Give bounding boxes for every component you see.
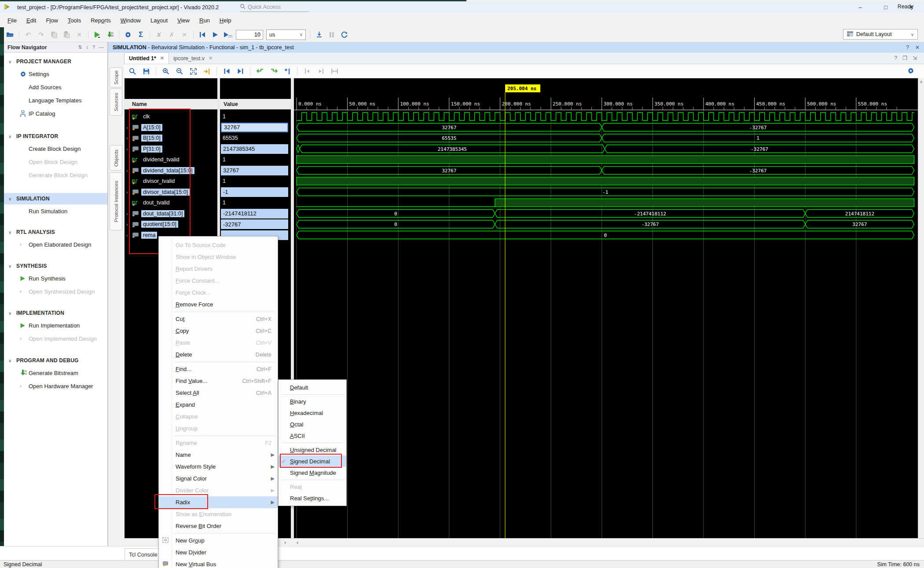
signal-row-value[interactable]: 32767 <box>220 122 291 133</box>
flow-nav-section-program-and-debug[interactable]: ∨PROGRAM AND DEBUG <box>4 355 107 366</box>
span-icon[interactable] <box>330 66 339 76</box>
menu-flow[interactable]: Flow <box>41 15 62 25</box>
flow-nav-item-open-elaborated-design[interactable]: ›Open Elaborated Design <box>4 239 107 250</box>
signal-row-name[interactable]: ›quotient[15:0] <box>125 219 217 229</box>
flow-nav-section-implementation[interactable]: ∨IMPLEMENTATION <box>4 308 107 318</box>
waveform-plot[interactable]: 0.000 ns50.000 ns100.000 ns150.000 ns200… <box>294 78 918 538</box>
menu-item-cut[interactable]: CutCtrl+X <box>159 313 278 325</box>
pane-close-icon[interactable]: ✕ <box>915 44 920 51</box>
flow-nav-item-create-block-design[interactable]: Create Block Design <box>4 143 107 154</box>
signal-row-value[interactable]: 2147385345 <box>220 144 291 154</box>
open-project-icon[interactable] <box>5 30 15 40</box>
menu-item-find-value[interactable]: Find Value...Ctrl+Shift+F <box>159 375 278 387</box>
flow-nav-item-language-templates[interactable]: Language Templates <box>4 95 107 106</box>
expand-icon[interactable]: › <box>126 135 132 141</box>
flow-nav-item-run-implementation[interactable]: Run Implementation <box>4 320 107 331</box>
radix-option-real-settings[interactable]: Real Settings... <box>279 492 346 504</box>
tab-tcl-console[interactable]: Tcl Console <box>125 548 159 561</box>
radix-option-binary[interactable]: Binary <box>279 396 346 407</box>
minimize-button[interactable]: – <box>847 1 873 13</box>
splitter-right-icon[interactable]: › <box>284 539 286 546</box>
menu-item-reverse-bit-order[interactable]: Reverse Bit Order <box>159 520 278 532</box>
radix-option-octal[interactable]: Octal <box>279 419 346 430</box>
tab-untitled-1-[interactable]: Untitled 1*✕ <box>124 52 169 64</box>
signal-row-value[interactable]: 32767 <box>220 165 291 176</box>
undo-icon[interactable]: ↶ <box>23 30 33 40</box>
signal-row-name[interactable]: clk <box>125 111 217 122</box>
expand-icon[interactable]: › <box>126 189 132 195</box>
paste-icon[interactable] <box>62 30 71 40</box>
flow-nav-item-add-sources[interactable]: Add Sources <box>4 82 107 92</box>
swap-left-icon[interactable] <box>255 66 265 76</box>
menu-edit[interactable]: Edit <box>22 15 41 25</box>
signal-row-name[interactable]: ›dividend_tdata[15:0] <box>125 165 217 176</box>
sim-run-time-input[interactable] <box>236 30 263 40</box>
side-tab-protocol-instances[interactable]: Protocol Instances <box>110 172 122 230</box>
quick-access-search[interactable]: Quick Access <box>240 3 309 12</box>
pane-help-icon[interactable]: ? <box>906 44 909 51</box>
menu-help[interactable]: Help <box>215 15 236 25</box>
minimize-panel-icon[interactable]: — <box>99 44 104 50</box>
side-tab-scope[interactable]: Scope <box>110 67 122 87</box>
menu-window[interactable]: Window <box>116 15 146 25</box>
run-for-time-icon[interactable]: (T) <box>223 30 233 40</box>
close-tab-icon[interactable]: ✕ <box>209 55 213 61</box>
flow-nav-section-rtl-analysis[interactable]: ∨RTL ANALYSIS <box>4 227 107 237</box>
flow-nav-section-synthesis[interactable]: ∨SYNTHESIS <box>4 261 107 271</box>
splitter-left-icon[interactable]: ‹ <box>297 539 298 546</box>
signal-row-value[interactable]: 65535 <box>220 133 291 143</box>
next-transition-icon[interactable] <box>235 66 245 76</box>
signal-row-value[interactable]: 1 <box>220 176 291 186</box>
waveform-settings-gear-icon[interactable] <box>907 67 914 76</box>
close-tab-icon[interactable]: ✕ <box>160 55 164 61</box>
expand-icon[interactable]: › <box>126 146 132 152</box>
menu-item-name[interactable]: Name▶ <box>159 449 278 461</box>
side-tab-sources[interactable]: Sources <box>110 88 122 116</box>
time-unit-select[interactable]: us∨ <box>266 29 306 40</box>
help-icon[interactable]: ? <box>92 44 95 50</box>
zoom-in-icon[interactable] <box>161 66 171 76</box>
menu-item-expand[interactable]: Expand <box>159 399 278 411</box>
menu-item-new-divider[interactable]: New Divider <box>159 546 278 558</box>
zoom-out-icon[interactable] <box>175 66 184 76</box>
menu-item-new-virtual-bus[interactable]: New Virtual Bus <box>159 558 278 568</box>
pause-icon[interactable] <box>327 30 337 40</box>
menu-item-select-all[interactable]: Select AllCtrl+A <box>159 387 278 399</box>
save-icon[interactable] <box>141 66 151 76</box>
signal-row-name[interactable]: ›P[31:0] <box>125 144 217 154</box>
flow-nav-section-ip-integrator[interactable]: ∨IP INTEGRATOR <box>4 131 107 142</box>
expand-icon[interactable]: › <box>126 222 132 227</box>
flow-nav-item-run-synthesis[interactable]: Run Synthesis <box>4 273 107 284</box>
signal-row-name[interactable]: ›dout_tdata[31:0] <box>125 208 217 219</box>
go-first-icon[interactable] <box>302 66 312 76</box>
menu-item-delete[interactable]: DeleteDelete <box>159 349 278 360</box>
zoom-cursor-icon[interactable] <box>202 66 212 76</box>
flow-nav-section-simulation[interactable]: ∨SIMULATION <box>4 193 107 204</box>
signal-row-name[interactable]: divisor_tvalid <box>125 176 217 186</box>
menu-item-find[interactable]: Find...Ctrl+F <box>159 363 278 375</box>
prev-transition-icon[interactable] <box>222 66 231 76</box>
swap-right-icon[interactable] <box>269 66 279 76</box>
menu-run[interactable]: Run <box>194 15 215 25</box>
run-icon[interactable] <box>92 30 102 40</box>
redo-icon[interactable]: ↷ <box>36 30 46 40</box>
flow-nav-item-settings[interactable]: Settings <box>4 69 107 79</box>
tab-ipcore-test-v[interactable]: ipcore_test.v✕ <box>169 53 217 64</box>
expand-icon[interactable]: › <box>126 211 132 216</box>
scroll-up-icon[interactable]: ∧ <box>918 80 924 84</box>
radix-option-signed-magnitude[interactable]: Signed Magnitude <box>279 467 346 478</box>
menu-item-new-group[interactable]: New Group <box>159 535 278 546</box>
menu-layout[interactable]: Layout <box>146 15 172 25</box>
signal-row-value[interactable]: 1 <box>220 154 291 165</box>
signal-row-name[interactable]: dividend_tvalid <box>125 154 217 165</box>
expand-icon[interactable]: › <box>126 125 132 130</box>
expand-icon[interactable]: › <box>126 233 132 238</box>
menu-tools[interactable]: Tools <box>63 15 86 25</box>
menu-file[interactable]: File <box>3 15 22 25</box>
signal-row-value[interactable]: 1 <box>220 197 291 208</box>
radix-option-unsigned-decimal[interactable]: Unsigned Decimal <box>279 444 346 455</box>
radix-option-ascii[interactable]: ASCII <box>279 430 346 441</box>
menu-view[interactable]: View <box>172 15 194 25</box>
expand-icon[interactable]: › <box>126 168 132 173</box>
flow-nav-section-project-manager[interactable]: ∨PROJECT MANAGER <box>4 56 107 67</box>
